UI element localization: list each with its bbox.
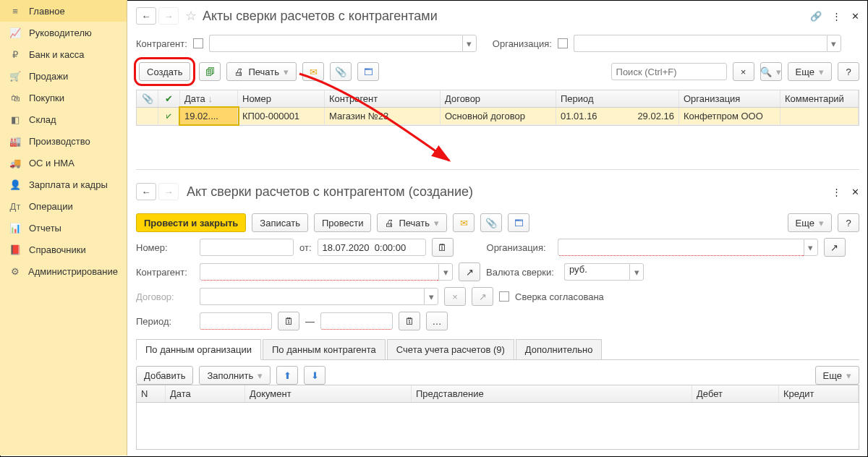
close-icon[interactable]: ✕ bbox=[851, 187, 859, 197]
col-date[interactable]: Дата ↓ bbox=[180, 90, 238, 107]
copy-button[interactable]: 🗐 bbox=[199, 62, 221, 81]
counterparty-select[interactable]: ▾ bbox=[209, 35, 477, 52]
move-up-button[interactable]: ⬆ bbox=[276, 366, 298, 385]
tab-org-data[interactable]: По данным организации bbox=[136, 339, 261, 360]
col-rep[interactable]: Представление bbox=[412, 385, 692, 402]
col-org[interactable]: Организация bbox=[679, 90, 780, 107]
col-kre[interactable]: Кредит bbox=[779, 385, 859, 402]
calendar-icon[interactable]: 🗓 bbox=[278, 312, 299, 330]
sidebar-item-ruble[interactable]: ₽Банк и касса bbox=[0, 43, 127, 65]
sidebar-item-chart[interactable]: 📈Руководителю bbox=[0, 22, 127, 43]
col-comment[interactable]: Комментарий bbox=[780, 90, 859, 107]
period-from-field[interactable] bbox=[200, 312, 272, 330]
counterparty-select[interactable]: ▾ bbox=[200, 263, 453, 281]
sidebar-item-label: Администрирование bbox=[28, 266, 118, 277]
create-button[interactable]: Создать bbox=[139, 62, 190, 81]
sidebar-item-ops[interactable]: ДтОперации bbox=[0, 195, 127, 217]
org-select[interactable]: ▾ bbox=[574, 35, 841, 52]
print-button[interactable]: 🖨Печать▾ bbox=[377, 213, 447, 232]
sidebar-item-cart[interactable]: 🛒Продажи bbox=[0, 65, 127, 87]
detail-grid[interactable]: N Дата Документ Представление Дебет Кред… bbox=[136, 385, 859, 450]
help-button[interactable]: ? bbox=[838, 213, 859, 232]
col-posted[interactable]: ✔ bbox=[158, 90, 180, 107]
nav-back-button[interactable]: ← bbox=[136, 183, 156, 200]
ops-icon: Дт bbox=[9, 200, 22, 213]
open-icon[interactable]: ↗ bbox=[459, 262, 480, 281]
structure-button[interactable]: 🗔 bbox=[508, 213, 529, 232]
post-button[interactable]: Провести bbox=[314, 213, 372, 232]
add-button[interactable]: Добавить bbox=[136, 366, 193, 385]
attach-button[interactable]: 📎 bbox=[480, 213, 502, 232]
link-icon[interactable]: 🔗 bbox=[810, 11, 822, 22]
agreed-check[interactable] bbox=[499, 291, 509, 302]
sidebar-item-gear[interactable]: ⚙Администрирование bbox=[0, 260, 127, 282]
menu-dots-icon[interactable]: ⋮ bbox=[832, 11, 841, 22]
save-button[interactable]: Записать bbox=[252, 213, 308, 232]
date-field[interactable] bbox=[318, 239, 426, 256]
search-clear-button[interactable]: × bbox=[733, 62, 754, 81]
org-select[interactable]: ▾ bbox=[558, 239, 818, 256]
print-button[interactable]: 🖨Печать▾ bbox=[226, 62, 297, 81]
cell-date[interactable]: 19.02.... bbox=[180, 108, 238, 124]
search-button[interactable]: 🔍▾ bbox=[760, 62, 782, 81]
currency-select[interactable]: руб.▾ bbox=[564, 263, 644, 281]
sidebar-item-menu[interactable]: ≡Главное bbox=[0, 0, 127, 22]
col-deb[interactable]: Дебет bbox=[692, 385, 779, 402]
page-title: Акты сверки расчетов с контрагентами bbox=[203, 9, 438, 24]
sidebar-item-truck[interactable]: 🚚ОС и НМА bbox=[0, 152, 127, 174]
contract-select[interactable]: ▾ bbox=[200, 288, 438, 305]
nav-forward-button[interactable]: → bbox=[158, 183, 179, 200]
tab-accounts[interactable]: Счета учета расчетов (9) bbox=[387, 339, 514, 359]
favorite-icon[interactable]: ☆ bbox=[185, 8, 197, 24]
sidebar-item-person[interactable]: 👤Зарплата и кадры bbox=[0, 174, 127, 195]
structure-button[interactable]: 🗔 bbox=[357, 62, 379, 81]
post-close-button[interactable]: Провести и закрыть bbox=[136, 213, 246, 232]
move-down-button[interactable]: ⬇ bbox=[304, 366, 326, 385]
sidebar-item-bars[interactable]: 📊Отчеты bbox=[0, 217, 127, 239]
col-n[interactable]: N bbox=[137, 385, 166, 402]
sidebar-item-book[interactable]: 📕Справочники bbox=[0, 239, 127, 260]
close-icon[interactable]: ✕ bbox=[851, 11, 859, 22]
book-icon: 📕 bbox=[9, 243, 22, 256]
attach-button[interactable]: 📎 bbox=[330, 62, 352, 81]
calendar-icon[interactable]: 🗓 bbox=[399, 312, 420, 330]
period-picker-button[interactable]: … bbox=[426, 312, 448, 330]
search-input[interactable] bbox=[611, 63, 727, 80]
mail-button[interactable]: ✉ bbox=[302, 62, 324, 81]
col-contr[interactable]: Контрагент bbox=[325, 90, 441, 107]
paperclip-icon: 📎 bbox=[485, 218, 497, 228]
sidebar-item-warehouse[interactable]: ◧Склад bbox=[0, 108, 127, 130]
more-button[interactable]: Еще▾ bbox=[815, 366, 859, 385]
tab-additional[interactable]: Дополнительно bbox=[516, 339, 603, 359]
open-icon[interactable]: ↗ bbox=[824, 238, 846, 257]
detail-toolbar: Добавить Заполнить▾ ⬆ ⬇ Еще▾ bbox=[136, 366, 859, 385]
mail-button[interactable]: ✉ bbox=[453, 213, 475, 232]
more-button[interactable]: Еще▾ bbox=[788, 213, 832, 232]
open-icon[interactable]: ↗ bbox=[472, 287, 493, 306]
nav-back-button[interactable]: ← bbox=[136, 7, 156, 25]
table-row[interactable]: 🗸 19.02.... КП00-000001 Магазин №23 Осно… bbox=[137, 108, 859, 125]
top-grid[interactable]: 📎 ✔ Дата ↓ Номер Контрагент Договор Пери… bbox=[136, 90, 859, 126]
col-doc[interactable]: Документ bbox=[245, 385, 412, 402]
fill-button[interactable]: Заполнить▾ bbox=[199, 366, 271, 385]
col-attach[interactable]: 📎 bbox=[137, 90, 158, 107]
more-button[interactable]: Еще▾ bbox=[788, 62, 832, 81]
number-field[interactable] bbox=[200, 239, 294, 256]
nav-forward-button[interactable]: → bbox=[158, 7, 179, 25]
menu-dots-icon[interactable]: ⋮ bbox=[832, 187, 841, 197]
col-dogo[interactable]: Договор bbox=[441, 90, 556, 107]
clear-icon[interactable]: × bbox=[444, 287, 466, 306]
calendar-icon[interactable]: 🗓 bbox=[432, 238, 454, 257]
counterparty-check[interactable] bbox=[193, 38, 203, 48]
col-date[interactable]: Дата bbox=[166, 385, 245, 402]
period-to-field[interactable] bbox=[320, 312, 393, 330]
sidebar-item-factory[interactable]: 🏭Производство bbox=[0, 130, 127, 152]
col-num[interactable]: Номер bbox=[238, 90, 325, 107]
col-period[interactable]: Период bbox=[556, 90, 679, 107]
org-check[interactable] bbox=[558, 38, 568, 48]
counterparty-label: Контрагент: bbox=[136, 38, 187, 49]
sidebar-item-basket[interactable]: 🛍Покупки bbox=[0, 87, 127, 108]
tab-counterparty-data[interactable]: По данным контрагента bbox=[263, 339, 386, 359]
help-button[interactable]: ? bbox=[838, 62, 859, 81]
sidebar-item-label: ОС и НМА bbox=[29, 158, 75, 168]
